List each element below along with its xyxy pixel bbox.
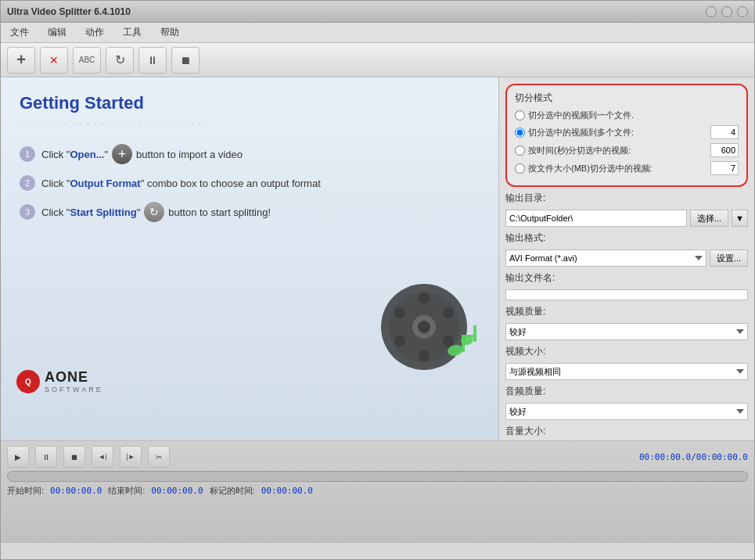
split-radio-2[interactable] bbox=[515, 127, 525, 138]
aone-sub: SOFTWARE bbox=[45, 386, 103, 393]
main-window: Ultra Video Splitter 6.4.1010 文件 编辑 动作 工… bbox=[0, 0, 755, 560]
video-quality-section: 视频质量: 较好 最好 较差 bbox=[505, 305, 748, 340]
svg-point-6 bbox=[394, 307, 405, 318]
menu-tools[interactable]: 工具 bbox=[120, 24, 145, 41]
rename-button[interactable]: ABC bbox=[73, 47, 101, 74]
step-num-1: 1 bbox=[20, 146, 35, 162]
split-input-3[interactable] bbox=[710, 143, 739, 157]
output-filename-label: 输出文件名: bbox=[505, 271, 748, 285]
end-value: 00:00:00.0 bbox=[151, 486, 203, 496]
split-radio-3[interactable] bbox=[515, 145, 525, 156]
video-size-section: 视频大小: 与源视频相同 自定义 bbox=[505, 345, 748, 380]
output-dir-label: 输出目录: bbox=[505, 192, 748, 205]
gs-step-1: 1 Click "Open..." + button to import a v… bbox=[20, 144, 480, 164]
getting-started-header: Getting Started · · · · · · · · · · · · … bbox=[1, 77, 498, 136]
output-dir-input[interactable] bbox=[505, 210, 687, 227]
pause-play-button[interactable]: ⏸ bbox=[35, 446, 57, 468]
film-reel-graphic bbox=[373, 268, 483, 378]
svg-rect-14 bbox=[462, 335, 473, 337]
output-format-select[interactable]: AVI Format (*.avi) bbox=[505, 249, 706, 267]
menu-file[interactable]: 文件 bbox=[7, 24, 32, 41]
status-bar bbox=[1, 542, 754, 559]
output-format-btn[interactable]: 设置... bbox=[710, 249, 748, 267]
svg-text:Q: Q bbox=[25, 378, 31, 386]
time-row: 开始时间: 00:00:00.0 结束时间: 00:00:00.0 标记的时间:… bbox=[7, 485, 748, 497]
split-label-4: 按文件大小(MB)切分选中的视频: bbox=[528, 163, 707, 174]
gs-step-2: 2 Click "Output Format" combo box to cho… bbox=[20, 175, 480, 191]
start-refresh-icon: ↻ bbox=[144, 202, 164, 222]
svg-rect-13 bbox=[473, 325, 476, 342]
gs-dots: · · · · · · · · · · · · · · · · · · · · … bbox=[20, 120, 480, 128]
audio-quality-select[interactable]: 较好 最好 较差 bbox=[505, 403, 748, 420]
split-option-2: 切分选中的视频到多个文件: bbox=[515, 125, 739, 139]
content-area: Getting Started · · · · · · · · · · · · … bbox=[1, 77, 754, 440]
video-size-select[interactable]: 与源视频相同 自定义 bbox=[505, 363, 748, 380]
marker-value: 00:00:00.0 bbox=[261, 486, 313, 496]
right-panel: 切分模式 切分选中的视频到一个文件. 切分选中的视频到多个文件: 按时间(秒)分… bbox=[499, 77, 754, 440]
title-bar: Ultra Video Splitter 6.4.1010 bbox=[1, 1, 754, 23]
output-dir-btn[interactable]: 选择... bbox=[690, 210, 728, 227]
time-display: 00:00:00.0/00:00:00.0 bbox=[639, 452, 748, 462]
video-quality-label: 视频质量: bbox=[505, 305, 748, 318]
aone-logo: Q AONE SOFTWARE bbox=[16, 369, 103, 393]
output-filename-section: 输出文件名: bbox=[505, 271, 748, 300]
stop-button[interactable]: ⏹ bbox=[171, 47, 200, 74]
toolbar: + ✕ ABC ↻ ⏸ ⏹ bbox=[1, 43, 754, 77]
minimize-button[interactable] bbox=[706, 6, 717, 17]
split-input-4[interactable] bbox=[710, 161, 739, 175]
start-label: 开始时间: bbox=[7, 485, 44, 497]
audio-volume-section: 音量大小: 与源视频相同 自定义 bbox=[505, 425, 748, 440]
audio-quality-section: 音频质量: 较好 最好 较差 bbox=[505, 385, 748, 420]
refresh-button[interactable]: ↻ bbox=[106, 47, 134, 74]
aone-name: AONE bbox=[45, 369, 103, 386]
start-value: 00:00:00.0 bbox=[50, 486, 102, 496]
output-dir-dropdown[interactable]: ▼ bbox=[732, 210, 748, 227]
svg-point-7 bbox=[443, 307, 454, 318]
window-title: Ultra Video Splitter 6.4.1010 bbox=[7, 6, 131, 17]
split-option-3: 按时间(秒)分切选中的视频: bbox=[515, 143, 739, 157]
mark-in-button[interactable]: ◄| bbox=[92, 446, 113, 468]
maximize-button[interactable] bbox=[721, 6, 732, 17]
svg-point-3 bbox=[418, 321, 430, 333]
remove-button[interactable]: ✕ bbox=[40, 47, 68, 74]
output-dir-section: 输出目录: 选择... ▼ bbox=[505, 192, 748, 227]
menu-help[interactable]: 帮助 bbox=[157, 24, 182, 41]
svg-point-4 bbox=[419, 293, 430, 303]
play-button[interactable]: ▶ bbox=[7, 446, 29, 468]
progress-bar[interactable] bbox=[7, 471, 748, 482]
video-quality-select[interactable]: 较好 最好 较差 bbox=[505, 323, 748, 340]
window-controls bbox=[706, 6, 748, 17]
split-label-1: 切分选中的视频到一个文件. bbox=[528, 109, 739, 121]
split-label-2: 切分选中的视频到多个文件: bbox=[528, 127, 707, 138]
split-option-1: 切分选中的视频到一个文件. bbox=[515, 109, 739, 121]
split-mode-box: 切分模式 切分选中的视频到一个文件. 切分选中的视频到多个文件: 按时间(秒)分… bbox=[505, 84, 748, 187]
output-format-label: 输出格式: bbox=[505, 232, 748, 245]
output-filename-input[interactable] bbox=[505, 289, 748, 300]
menu-edit[interactable]: 编辑 bbox=[45, 24, 70, 41]
step-num-3: 3 bbox=[20, 204, 35, 220]
svg-point-8 bbox=[394, 336, 405, 346]
split-play-button[interactable]: ✂ bbox=[148, 446, 170, 468]
bottom-bar: ▶ ⏸ ⏹ ◄| |► ✂ 00:00:00.0/00:00:00.0 开始时间… bbox=[1, 440, 754, 542]
split-option-4: 按文件大小(MB)切分选中的视频: bbox=[515, 161, 739, 175]
end-label: 结束时间: bbox=[108, 485, 145, 497]
left-panel: Getting Started · · · · · · · · · · · · … bbox=[1, 77, 499, 440]
split-radio-4[interactable] bbox=[515, 163, 525, 174]
close-button[interactable] bbox=[737, 6, 748, 17]
split-input-2[interactable] bbox=[710, 125, 739, 139]
stop-play-button[interactable]: ⏹ bbox=[63, 446, 85, 468]
mark-out-button[interactable]: |► bbox=[120, 446, 142, 468]
split-radio-1[interactable] bbox=[515, 110, 525, 120]
split-label-3: 按时间(秒)分切选中的视频: bbox=[528, 145, 707, 156]
add-button[interactable]: + bbox=[7, 47, 35, 74]
menu-bar: 文件 编辑 动作 工具 帮助 bbox=[1, 23, 754, 43]
marker-label: 标记的时间: bbox=[210, 485, 255, 497]
menu-action[interactable]: 动作 bbox=[82, 24, 107, 41]
open-plus-icon: + bbox=[112, 144, 132, 164]
aone-brand: AONE SOFTWARE bbox=[45, 369, 103, 393]
audio-volume-label: 音量大小: bbox=[505, 425, 748, 438]
pause-button[interactable]: ⏸ bbox=[138, 47, 167, 74]
svg-point-5 bbox=[419, 350, 430, 361]
video-size-label: 视频大小: bbox=[505, 345, 748, 358]
aone-icon: Q bbox=[16, 370, 40, 393]
